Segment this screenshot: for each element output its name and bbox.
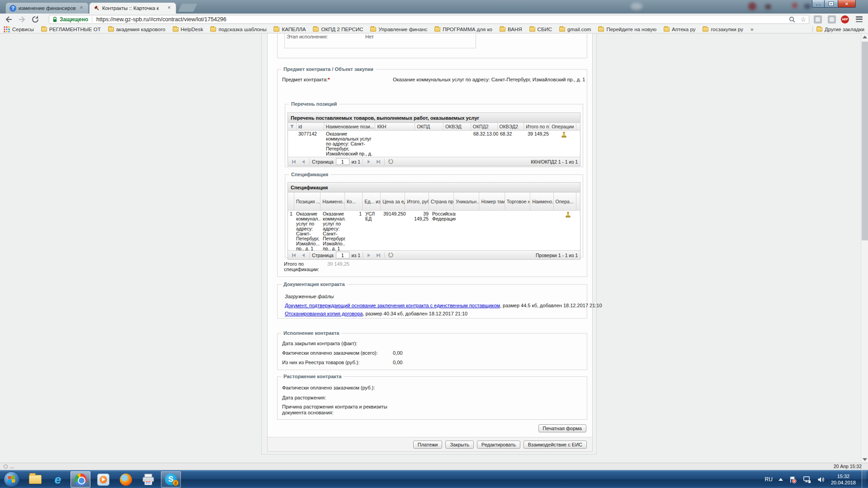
column-header[interactable]: Наимено... упаковки [530,192,553,210]
prev-page-icon[interactable] [300,252,307,259]
extension-avr-icon[interactable]: АВР [841,15,849,23]
taskbar-skype-button[interactable]: S 2 [161,471,181,488]
column-header[interactable]: ККН [375,123,415,130]
scrollbar-thumb[interactable] [862,42,868,240]
next-page-icon[interactable] [365,158,373,165]
tab-change-financing[interactable]: ? изменение финансиров × [5,2,89,14]
column-header[interactable]: Опера... [554,192,576,210]
other-bookmarks-button[interactable]: Другие закладки [816,27,864,32]
column-header[interactable]: Страна происхож... товара [429,192,454,210]
page-scrollbar[interactable] [861,33,868,463]
show-desktop-button[interactable] [862,470,866,488]
taskbar-printer-button[interactable] [138,471,158,488]
bookmark-apps[interactable]: Сервисы [4,26,34,33]
column-header[interactable]: Итого по п... [524,123,550,130]
column-header[interactable]: ОКВЭД2 [498,123,524,130]
bookmark-item[interactable]: ОКПД 2 ПЕРСИС [313,27,363,32]
bookmark-item[interactable]: Управление финанс [370,27,427,32]
bookmark-item[interactable]: gmail.com [559,27,591,32]
extension-icon[interactable] [814,15,822,23]
new-tab-button[interactable] [178,4,197,12]
column-header[interactable]: Наименование пози... [324,123,376,130]
scroll-down-icon[interactable] [862,457,867,462]
column-header[interactable]: ОКВЭД [443,123,471,130]
back-icon[interactable] [5,15,14,24]
forward-icon[interactable] [17,15,26,24]
column-header[interactable]: Торговое наимено... [505,192,530,210]
bookmark-item[interactable]: Аптека ру [664,27,695,32]
page-number-input[interactable] [336,158,349,165]
volume-icon[interactable] [817,476,825,483]
window-maximize-button[interactable] [825,0,838,8]
tab-close-icon[interactable]: × [166,5,172,11]
column-header[interactable]: ОКПД [415,123,443,130]
reload-icon[interactable] [31,15,40,24]
first-page-icon[interactable] [290,158,297,165]
taskbar-chrome-button[interactable] [71,471,90,488]
column-header[interactable]: Цена за едини... [381,192,405,210]
window-close-button[interactable]: ✕ [838,0,856,8]
taskbar-media-player-button[interactable] [93,471,113,488]
last-page-icon[interactable] [375,158,382,165]
taskbar-explorer-button[interactable] [25,471,45,488]
language-indicator[interactable]: RU [765,476,773,483]
bookmark-item[interactable]: госзакупки ру [703,27,743,32]
window-minimize-button[interactable] [812,0,825,8]
bookmark-item[interactable]: Перейдите на новую [598,27,656,32]
bookmark-item[interactable]: академия кадрового [108,27,165,32]
edit-button[interactable]: Редактировать [477,441,520,449]
url-text[interactable]: https://new.gz-spb.ru/#cm/contract/view/… [96,16,789,23]
column-header[interactable]: Операции [550,123,576,130]
table-row[interactable]: 1 Оказание коммунал... услуг по адресу: … [288,211,580,250]
bookmark-item[interactable]: подсказка шаблоны [210,27,266,32]
network-icon[interactable] [802,476,811,483]
action-center-flag-icon[interactable] [789,476,797,483]
bookmark-item[interactable]: ВАНЯ [500,27,522,32]
tab-close-icon[interactable]: × [78,5,85,11]
address-bar[interactable]: Защищено https://new.gz-spb.ru/#cm/contr… [49,15,809,24]
file-link[interactable]: Документ, подтверждающий основание заклю… [285,303,500,308]
column-header[interactable]: ОКПД2 [471,123,498,130]
page-number-input[interactable] [336,252,349,258]
taskbar-clock[interactable]: 15:32 20.04.2018 [831,473,856,486]
next-page-icon[interactable] [365,252,373,259]
bookmark-item[interactable]: ПРОГРАММА для ко [434,27,492,32]
eis-interaction-button[interactable]: Взаимодействие с ЕИС [524,441,587,449]
tray-expand-icon[interactable] [778,478,783,481]
tab-contracts-card[interactable]: Контракты :: Карточка к × [89,2,176,14]
column-header[interactable]: Наимено... [321,192,344,210]
stamp-icon[interactable] [561,131,567,138]
scroll-up-icon[interactable] [862,34,867,39]
last-page-icon[interactable] [375,252,382,259]
browser-menu-icon[interactable] [856,16,863,22]
column-header[interactable]: Номер таможен... декларац... [479,192,505,210]
bookmark-star-icon[interactable]: ☆ [800,16,806,23]
column-header[interactable]: Ко... [345,192,363,210]
bookmark-item[interactable]: КАПЕЛЛА [274,27,306,32]
extension-icon[interactable] [828,15,836,23]
prev-page-icon[interactable] [300,158,307,165]
filter-column-header[interactable] [288,123,297,130]
column-header[interactable]: Позиция ... [294,192,321,210]
print-form-button[interactable]: Печатная форма [538,424,586,432]
column-header[interactable]: Ед... из... [363,192,381,210]
taskbar-ie-button[interactable]: e [48,471,68,488]
refresh-icon[interactable] [387,252,394,259]
bookmark-item[interactable]: РЕГЛАМЕНТНЫЕ ОТ [41,27,101,32]
search-icon[interactable] [789,16,796,23]
bookmarks-overflow-chevron[interactable]: » [750,26,754,33]
windows-start-button[interactable] [4,471,20,488]
file-link[interactable]: Отсканированная копия договора [285,311,363,316]
bookmark-item[interactable]: СБИС [529,27,552,32]
taskbar-firefox-button[interactable] [116,471,136,488]
column-header[interactable]: Уникальн... идентиф... работы у... [454,192,479,210]
close-button[interactable]: Закрыть [445,441,473,449]
column-header[interactable]: id [297,123,324,130]
bookmark-item[interactable]: HelpDesk [173,27,203,32]
first-page-icon[interactable] [290,252,297,259]
payments-button[interactable]: Платежи [413,441,443,449]
table-row[interactable]: 3077142 Оказание коммунальных услуг по а… [288,131,580,157]
column-header[interactable]: Итого, руб. [405,192,429,210]
refresh-icon[interactable] [387,158,394,165]
stamp-icon[interactable] [565,211,571,218]
